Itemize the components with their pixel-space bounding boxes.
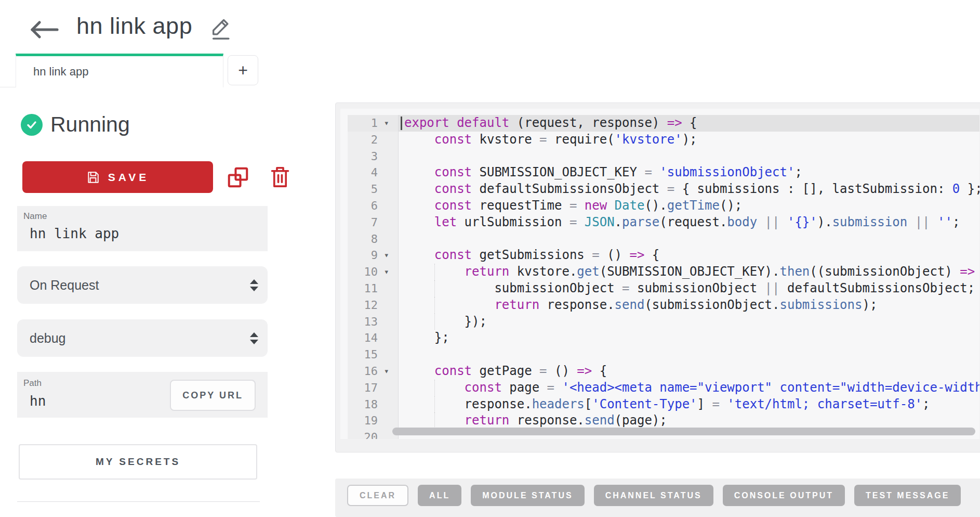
caret-down-icon[interactable]: ▾ [385, 115, 388, 132]
code-line[interactable]: 7 let urlSubmission = JSON.parse(request… [340, 214, 979, 231]
line-number[interactable]: 5 [340, 181, 399, 198]
code-line[interactable]: 6 const requestTime = new Date().getTime… [340, 198, 979, 214]
name-field-label: Name [23, 211, 268, 222]
code-text[interactable]: const getSubmissions = () => { [399, 247, 979, 264]
code-line[interactable]: 9▾ const getSubmissions = () => { [340, 247, 979, 264]
line-number[interactable]: 18 [340, 396, 399, 413]
tab-hn-link-app[interactable]: hn link app [16, 54, 223, 87]
code-line[interactable]: 1▾export default (request, response) => … [340, 115, 979, 132]
code-line[interactable]: 4 const SUBMISSION_OBJECT_KEY = 'submiss… [340, 164, 979, 181]
edit-title-button[interactable] [209, 17, 233, 42]
code-text[interactable]: const SUBMISSION_OBJECT_KEY = 'submissio… [399, 164, 979, 181]
code-text[interactable]: const kvstore = require('kvstore'); [399, 132, 979, 148]
log-level-select[interactable]: debug [17, 319, 268, 357]
save-button[interactable]: SAVE [22, 161, 213, 193]
code-text[interactable]: let urlSubmission = JSON.parse(request.b… [399, 214, 979, 231]
code-editor[interactable]: 1▾export default (request, response) => … [340, 109, 979, 439]
line-number[interactable]: 4 [340, 164, 399, 181]
line-number[interactable]: 14 [340, 330, 399, 346]
code-text[interactable]: return response.send(page); [399, 412, 979, 429]
back-button[interactable] [28, 19, 60, 42]
line-number[interactable]: 10▾ [340, 264, 399, 280]
trigger-select[interactable]: On Request [17, 266, 268, 304]
code-line[interactable]: 3 [340, 148, 979, 165]
module-status-button[interactable]: MODULE STATUS [471, 485, 584, 506]
save-label: SAVE [108, 171, 150, 184]
code-text[interactable]: const getPage = () => { [399, 363, 979, 380]
code-text[interactable] [399, 346, 979, 363]
caret-down-icon[interactable]: ▾ [385, 247, 388, 264]
code-text[interactable]: submissionObject = submissionObject || d… [399, 280, 979, 297]
delete-button[interactable] [270, 165, 290, 188]
duplicate-button[interactable] [228, 167, 248, 188]
status-label: Running [50, 112, 130, 137]
code-line[interactable]: 17 const page = '<head><meta name="viewp… [340, 380, 979, 396]
name-field[interactable]: Name hn link app [17, 206, 268, 251]
app-window: hn link app hn link app + Running SAVE N… [0, 0, 980, 517]
code-text[interactable]: return response.send(submissionObject.su… [399, 297, 979, 314]
test-message-button[interactable]: TEST MESSAGE [854, 485, 961, 506]
check-circle-icon [21, 114, 43, 136]
code-text[interactable]: response.headers['Content-Type'] = 'text… [399, 396, 979, 413]
line-number[interactable]: 12 [340, 297, 399, 314]
code-line[interactable]: 8 [340, 231, 979, 248]
line-number[interactable]: 3 [340, 148, 399, 165]
status-indicator: Running [21, 112, 130, 137]
caret-down-icon[interactable]: ▾ [385, 363, 388, 380]
line-number[interactable]: 1▾ [340, 115, 399, 132]
trash-icon [270, 165, 290, 188]
line-number[interactable]: 11 [340, 280, 399, 297]
code-text[interactable] [399, 231, 979, 248]
line-number[interactable]: 17 [340, 380, 399, 396]
line-number[interactable]: 6 [340, 198, 399, 214]
up-down-arrows-icon [250, 279, 258, 291]
code-line[interactable]: 10▾ return kvstore.get(SUBMISSION_OBJECT… [340, 264, 979, 280]
channel-status-button[interactable]: CHANNEL STATUS [594, 485, 713, 506]
code-line[interactable]: 11 submissionObject = submissionObject |… [340, 280, 979, 297]
code-line[interactable]: 12 return response.send(submissionObject… [340, 297, 979, 314]
code-line[interactable]: 13 }); [340, 314, 979, 330]
code-line[interactable]: 2 const kvstore = require('kvstore'); [340, 132, 979, 148]
code-line[interactable]: 16▾ const getPage = () => { [340, 363, 979, 380]
line-number[interactable]: 19 [340, 412, 399, 429]
my-secrets-button[interactable]: MY SECRETS [19, 444, 257, 480]
code-line[interactable]: 18 response.headers['Content-Type'] = 't… [340, 396, 979, 413]
code-line[interactable]: 19 return response.send(page); [340, 412, 979, 429]
text-cursor [401, 117, 402, 130]
path-field[interactable]: Path hn COPY URL [17, 372, 268, 418]
code-text[interactable]: }); [399, 314, 979, 330]
line-number[interactable]: 16▾ [340, 363, 399, 380]
code-text[interactable]: const defaultSubmissionsObject = { submi… [399, 181, 979, 198]
console-filter-bar: CLEARALLMODULE STATUSCHANNEL STATUSCONSO… [335, 479, 980, 517]
code-line[interactable]: 14 }; [340, 330, 979, 346]
line-number[interactable]: 7 [340, 214, 399, 231]
horizontal-scrollbar[interactable] [392, 428, 975, 435]
code-text[interactable]: return kvstore.get(SUBMISSION_OBJECT_KEY… [399, 264, 979, 280]
copy-url-button[interactable]: COPY URL [170, 380, 256, 411]
code-text[interactable]: const requestTime = new Date().getTime()… [399, 198, 979, 214]
pencil-icon [210, 17, 232, 41]
code-text[interactable]: const page = '<head><meta name="viewport… [399, 380, 979, 396]
line-number[interactable]: 2 [340, 132, 399, 148]
caret-down-icon[interactable]: ▾ [385, 264, 388, 280]
code-text[interactable]: export default (request, response) => { [399, 115, 979, 132]
log-level-select-value: debug [30, 331, 250, 346]
clear-button[interactable]: CLEAR [347, 485, 408, 506]
all-button[interactable]: ALL [418, 485, 461, 506]
page-title: hn link app [76, 12, 192, 40]
code-line[interactable]: 15 [340, 346, 979, 363]
code-text[interactable] [399, 148, 979, 165]
tab-label: hn link app [33, 65, 223, 79]
add-tab-button[interactable]: + [228, 55, 258, 85]
console-output-button[interactable]: CONSOLE OUTPUT [723, 485, 845, 506]
code-line[interactable]: 5 const defaultSubmissionsObject = { sub… [340, 181, 979, 198]
sidebar-divider [17, 501, 260, 502]
code-text[interactable]: }; [399, 330, 979, 346]
line-number[interactable]: 15 [340, 346, 399, 363]
copy-icon [228, 167, 248, 188]
line-number[interactable]: 9▾ [340, 247, 399, 264]
name-field-value: hn link app [30, 226, 268, 241]
line-number[interactable]: 13 [340, 314, 399, 330]
line-number[interactable]: 8 [340, 231, 399, 248]
line-number[interactable]: 20 [340, 429, 399, 439]
